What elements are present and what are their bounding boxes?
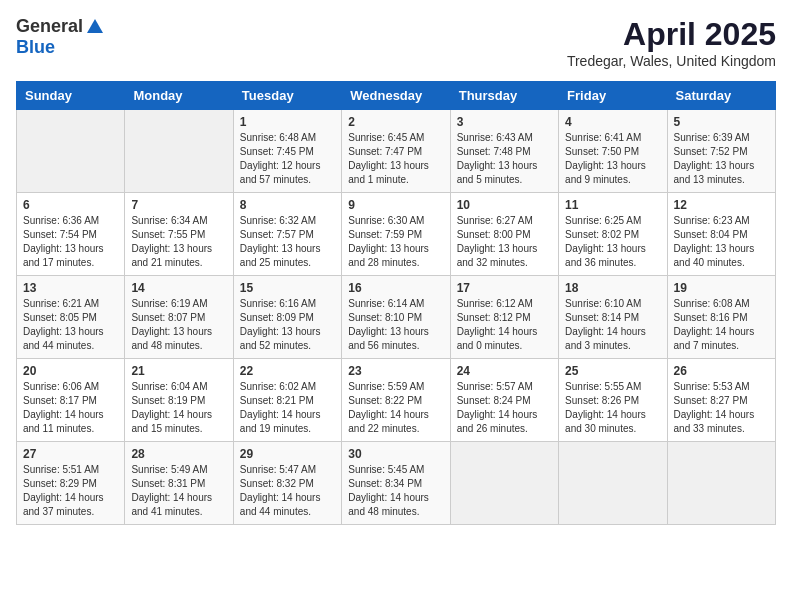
calendar-cell: 2Sunrise: 6:45 AM Sunset: 7:47 PM Daylig… (342, 110, 450, 193)
weekday-header: Monday (125, 82, 233, 110)
day-number: 28 (131, 447, 226, 461)
day-info: Sunrise: 6:32 AM Sunset: 7:57 PM Dayligh… (240, 214, 335, 270)
day-number: 30 (348, 447, 443, 461)
day-number: 18 (565, 281, 660, 295)
weekday-header: Friday (559, 82, 667, 110)
logo: General Blue (16, 16, 105, 58)
day-info: Sunrise: 6:36 AM Sunset: 7:54 PM Dayligh… (23, 214, 118, 270)
day-number: 12 (674, 198, 769, 212)
calendar-week-row: 13Sunrise: 6:21 AM Sunset: 8:05 PM Dayli… (17, 276, 776, 359)
day-info: Sunrise: 5:55 AM Sunset: 8:26 PM Dayligh… (565, 380, 660, 436)
day-info: Sunrise: 6:16 AM Sunset: 8:09 PM Dayligh… (240, 297, 335, 353)
calendar-header-row: SundayMondayTuesdayWednesdayThursdayFrid… (17, 82, 776, 110)
calendar-week-row: 20Sunrise: 6:06 AM Sunset: 8:17 PM Dayli… (17, 359, 776, 442)
day-number: 26 (674, 364, 769, 378)
calendar-cell: 13Sunrise: 6:21 AM Sunset: 8:05 PM Dayli… (17, 276, 125, 359)
location-text: Tredegar, Wales, United Kingdom (567, 53, 776, 69)
day-number: 1 (240, 115, 335, 129)
calendar-cell: 14Sunrise: 6:19 AM Sunset: 8:07 PM Dayli… (125, 276, 233, 359)
svg-marker-0 (87, 19, 103, 33)
day-info: Sunrise: 6:48 AM Sunset: 7:45 PM Dayligh… (240, 131, 335, 187)
calendar-cell: 28Sunrise: 5:49 AM Sunset: 8:31 PM Dayli… (125, 442, 233, 525)
day-number: 14 (131, 281, 226, 295)
calendar-week-row: 27Sunrise: 5:51 AM Sunset: 8:29 PM Dayli… (17, 442, 776, 525)
calendar-cell: 7Sunrise: 6:34 AM Sunset: 7:55 PM Daylig… (125, 193, 233, 276)
day-info: Sunrise: 6:41 AM Sunset: 7:50 PM Dayligh… (565, 131, 660, 187)
day-info: Sunrise: 6:27 AM Sunset: 8:00 PM Dayligh… (457, 214, 552, 270)
calendar-cell (559, 442, 667, 525)
day-number: 27 (23, 447, 118, 461)
day-number: 8 (240, 198, 335, 212)
day-info: Sunrise: 6:43 AM Sunset: 7:48 PM Dayligh… (457, 131, 552, 187)
day-info: Sunrise: 6:19 AM Sunset: 8:07 PM Dayligh… (131, 297, 226, 353)
calendar-cell: 3Sunrise: 6:43 AM Sunset: 7:48 PM Daylig… (450, 110, 558, 193)
calendar-cell: 16Sunrise: 6:14 AM Sunset: 8:10 PM Dayli… (342, 276, 450, 359)
day-number: 2 (348, 115, 443, 129)
day-number: 19 (674, 281, 769, 295)
calendar-cell: 8Sunrise: 6:32 AM Sunset: 7:57 PM Daylig… (233, 193, 341, 276)
calendar-cell (450, 442, 558, 525)
day-info: Sunrise: 6:12 AM Sunset: 8:12 PM Dayligh… (457, 297, 552, 353)
day-info: Sunrise: 5:49 AM Sunset: 8:31 PM Dayligh… (131, 463, 226, 519)
day-number: 29 (240, 447, 335, 461)
day-number: 10 (457, 198, 552, 212)
weekday-header: Thursday (450, 82, 558, 110)
day-info: Sunrise: 6:02 AM Sunset: 8:21 PM Dayligh… (240, 380, 335, 436)
day-info: Sunrise: 6:34 AM Sunset: 7:55 PM Dayligh… (131, 214, 226, 270)
logo-blue-text: Blue (16, 37, 55, 58)
month-title: April 2025 (567, 16, 776, 53)
day-info: Sunrise: 6:14 AM Sunset: 8:10 PM Dayligh… (348, 297, 443, 353)
day-info: Sunrise: 6:23 AM Sunset: 8:04 PM Dayligh… (674, 214, 769, 270)
calendar-cell: 15Sunrise: 6:16 AM Sunset: 8:09 PM Dayli… (233, 276, 341, 359)
calendar-cell: 12Sunrise: 6:23 AM Sunset: 8:04 PM Dayli… (667, 193, 775, 276)
calendar-cell: 5Sunrise: 6:39 AM Sunset: 7:52 PM Daylig… (667, 110, 775, 193)
day-info: Sunrise: 6:04 AM Sunset: 8:19 PM Dayligh… (131, 380, 226, 436)
day-number: 25 (565, 364, 660, 378)
day-number: 7 (131, 198, 226, 212)
day-info: Sunrise: 6:10 AM Sunset: 8:14 PM Dayligh… (565, 297, 660, 353)
weekday-header: Wednesday (342, 82, 450, 110)
calendar-cell: 22Sunrise: 6:02 AM Sunset: 8:21 PM Dayli… (233, 359, 341, 442)
calendar-cell (17, 110, 125, 193)
calendar-cell: 6Sunrise: 6:36 AM Sunset: 7:54 PM Daylig… (17, 193, 125, 276)
day-number: 22 (240, 364, 335, 378)
day-info: Sunrise: 6:30 AM Sunset: 7:59 PM Dayligh… (348, 214, 443, 270)
weekday-header: Saturday (667, 82, 775, 110)
day-number: 13 (23, 281, 118, 295)
day-number: 20 (23, 364, 118, 378)
calendar-cell: 20Sunrise: 6:06 AM Sunset: 8:17 PM Dayli… (17, 359, 125, 442)
calendar-cell: 26Sunrise: 5:53 AM Sunset: 8:27 PM Dayli… (667, 359, 775, 442)
calendar-week-row: 1Sunrise: 6:48 AM Sunset: 7:45 PM Daylig… (17, 110, 776, 193)
weekday-header: Tuesday (233, 82, 341, 110)
day-info: Sunrise: 5:47 AM Sunset: 8:32 PM Dayligh… (240, 463, 335, 519)
day-info: Sunrise: 6:21 AM Sunset: 8:05 PM Dayligh… (23, 297, 118, 353)
day-number: 5 (674, 115, 769, 129)
day-info: Sunrise: 6:08 AM Sunset: 8:16 PM Dayligh… (674, 297, 769, 353)
page-header: General Blue April 2025 Tredegar, Wales,… (16, 16, 776, 69)
calendar-cell (125, 110, 233, 193)
day-number: 17 (457, 281, 552, 295)
day-info: Sunrise: 5:53 AM Sunset: 8:27 PM Dayligh… (674, 380, 769, 436)
logo-general-text: General (16, 16, 83, 37)
calendar-table: SundayMondayTuesdayWednesdayThursdayFrid… (16, 81, 776, 525)
calendar-cell: 11Sunrise: 6:25 AM Sunset: 8:02 PM Dayli… (559, 193, 667, 276)
day-info: Sunrise: 5:45 AM Sunset: 8:34 PM Dayligh… (348, 463, 443, 519)
calendar-cell: 17Sunrise: 6:12 AM Sunset: 8:12 PM Dayli… (450, 276, 558, 359)
day-info: Sunrise: 6:25 AM Sunset: 8:02 PM Dayligh… (565, 214, 660, 270)
calendar-cell: 10Sunrise: 6:27 AM Sunset: 8:00 PM Dayli… (450, 193, 558, 276)
day-number: 23 (348, 364, 443, 378)
day-info: Sunrise: 5:57 AM Sunset: 8:24 PM Dayligh… (457, 380, 552, 436)
day-number: 24 (457, 364, 552, 378)
calendar-cell: 29Sunrise: 5:47 AM Sunset: 8:32 PM Dayli… (233, 442, 341, 525)
calendar-cell: 18Sunrise: 6:10 AM Sunset: 8:14 PM Dayli… (559, 276, 667, 359)
day-number: 15 (240, 281, 335, 295)
calendar-cell: 27Sunrise: 5:51 AM Sunset: 8:29 PM Dayli… (17, 442, 125, 525)
day-number: 9 (348, 198, 443, 212)
day-number: 11 (565, 198, 660, 212)
logo-icon (85, 17, 105, 37)
day-info: Sunrise: 5:51 AM Sunset: 8:29 PM Dayligh… (23, 463, 118, 519)
day-number: 6 (23, 198, 118, 212)
calendar-cell: 24Sunrise: 5:57 AM Sunset: 8:24 PM Dayli… (450, 359, 558, 442)
calendar-cell: 23Sunrise: 5:59 AM Sunset: 8:22 PM Dayli… (342, 359, 450, 442)
day-info: Sunrise: 5:59 AM Sunset: 8:22 PM Dayligh… (348, 380, 443, 436)
